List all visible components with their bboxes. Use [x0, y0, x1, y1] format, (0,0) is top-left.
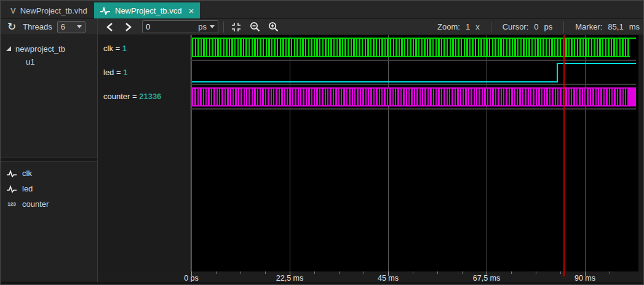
status-separator	[491, 22, 491, 33]
signal-item-counter[interactable]: 123 counter	[1, 196, 97, 212]
zoom-out-button[interactable]	[247, 20, 262, 34]
lane-separator	[191, 60, 636, 61]
wave-icon	[6, 185, 17, 193]
zoom-status-label: Zoom:	[437, 22, 460, 31]
refresh-icon: ↻	[7, 20, 16, 33]
gridline	[388, 35, 389, 271]
time-input[interactable]	[146, 22, 198, 31]
panel-divider[interactable]	[1, 158, 97, 162]
wave-row-label: counter =	[103, 92, 137, 101]
wave-row-label: led =	[103, 68, 121, 77]
canvas-right-margin	[638, 35, 644, 271]
axis-label: 45 ms	[378, 274, 399, 283]
time-unit-value: ps	[198, 22, 207, 31]
clk-trace-tail	[630, 38, 636, 39]
wave-icon	[6, 170, 17, 177]
led-trace-edge	[557, 63, 558, 82]
wave-names-panel: clk = 1 led = 1 counter = 21336	[98, 35, 191, 271]
close-icon[interactable]: ×	[188, 6, 194, 16]
wave-row-counter[interactable]: counter = 21336	[103, 92, 161, 101]
time-unit-select-arrow[interactable]	[210, 25, 215, 28]
zoom-status-value: 1	[466, 22, 470, 31]
refresh-button[interactable]: ↻	[4, 20, 19, 34]
tab-vcd-label: NewProject_tb.vcd	[115, 6, 181, 15]
time-axis-scale: 0 ps 22,5 ms 45 ms 67,5 ms 90 ms	[191, 271, 644, 282]
gridline	[585, 35, 586, 271]
cursor-status-value: 0	[534, 22, 538, 31]
signal-label: clk	[22, 169, 32, 178]
tree-item-newproject-tb[interactable]: newproject_tb	[6, 43, 65, 54]
cursor-status-unit: ps	[544, 22, 553, 31]
threads-value: 6	[61, 22, 65, 31]
marker-status-unit: ms	[629, 22, 640, 31]
vhdl-file-icon: V	[10, 6, 16, 15]
wave-toolbar: ps	[98, 19, 644, 35]
chevron-right-icon	[125, 23, 132, 31]
hierarchy-tree-panel: newproject_tb u1	[1, 35, 97, 158]
gridline	[487, 35, 487, 271]
status-readouts: Zoom: 1 x Cursor: 0 ps Marker: 85,1 ms	[437, 22, 640, 33]
goto-time-field: ps	[142, 20, 218, 33]
marker-axis-tick	[563, 271, 565, 276]
waveform-canvas[interactable]	[191, 35, 638, 271]
fit-view-button[interactable]	[229, 20, 244, 34]
window-bottom-border	[1, 282, 643, 285]
fit-view-icon	[231, 22, 241, 32]
marker-status-label: Marker:	[575, 22, 602, 31]
signal-item-clk[interactable]: clk	[1, 166, 97, 181]
zoom-in-icon	[268, 22, 279, 32]
wave-row-value: 21336	[139, 92, 161, 101]
tab-bar: V NewProject_tb.vhd NewProject_tb.vcd ×	[1, 1, 643, 18]
zoom-status: Zoom: 1 x	[437, 22, 480, 31]
chevron-left-icon	[106, 23, 113, 31]
marker-status: Marker: 85,1 ms	[575, 22, 640, 31]
time-axis[interactable]: 0 ps 22,5 ms 45 ms 67,5 ms 90 ms	[98, 271, 644, 282]
chevron-down-icon	[77, 25, 82, 28]
tree-expander-icon[interactable]	[6, 46, 11, 51]
tree-item-u1[interactable]: u1	[26, 56, 34, 67]
gridline	[290, 35, 290, 271]
lane-separator	[191, 108, 636, 110]
cursor-status-label: Cursor:	[503, 22, 529, 31]
zoom-status-unit: x	[475, 22, 480, 31]
threads-select[interactable]: 6	[57, 21, 85, 33]
next-edge-button[interactable]	[121, 20, 135, 34]
zoom-in-button[interactable]	[266, 20, 280, 34]
axis-label: 67,5 ms	[473, 274, 500, 283]
signal-label: led	[22, 184, 33, 193]
threads-label: Threads	[23, 22, 52, 31]
tab-newproject-vcd[interactable]: NewProject_tb.vcd ×	[94, 2, 200, 18]
counter-trace-end-block	[629, 87, 636, 106]
status-separator	[563, 22, 564, 33]
sidebar-toolbar: ↻ Threads 6	[1, 19, 97, 35]
led-trace-high	[557, 63, 636, 64]
led-trace-low	[192, 81, 557, 82]
axis-label: 22,5 ms	[276, 274, 303, 283]
prev-edge-button[interactable]	[103, 20, 116, 34]
gridline	[191, 35, 192, 271]
axis-label: 0 ps	[184, 274, 199, 283]
wave-row-value: 1	[123, 68, 127, 77]
minor-ticks	[191, 271, 610, 274]
wave-row-led[interactable]: led = 1	[103, 68, 127, 77]
lane-separator	[191, 84, 636, 85]
marker-status-value: 85,1	[608, 22, 623, 31]
tree-child-label: u1	[26, 57, 34, 66]
sidebar-divider[interactable]	[97, 18, 98, 282]
number-icon: 123	[6, 201, 17, 207]
signal-label: counter	[22, 199, 49, 209]
toolbar-separator	[223, 22, 224, 33]
tab-newproject-vhd[interactable]: V NewProject_tb.vhd	[4, 2, 93, 18]
wave-row-value: 1	[122, 44, 127, 53]
signal-item-led[interactable]: led	[1, 181, 97, 196]
zoom-out-icon	[250, 22, 260, 32]
tab-vhd-label: NewProject_tb.vhd	[20, 6, 87, 15]
signal-list-panel: clk led 123 counter	[1, 162, 97, 281]
waveform-icon	[100, 7, 111, 15]
wave-row-label: clk =	[103, 44, 120, 53]
wave-row-clk[interactable]: clk = 1	[103, 44, 127, 53]
marker-line[interactable]	[563, 35, 565, 271]
axis-label: 90 ms	[574, 274, 595, 283]
tree-root-label: newproject_tb	[15, 44, 65, 54]
waveform-viewer-window: V NewProject_tb.vhd NewProject_tb.vcd × …	[0, 0, 644, 285]
